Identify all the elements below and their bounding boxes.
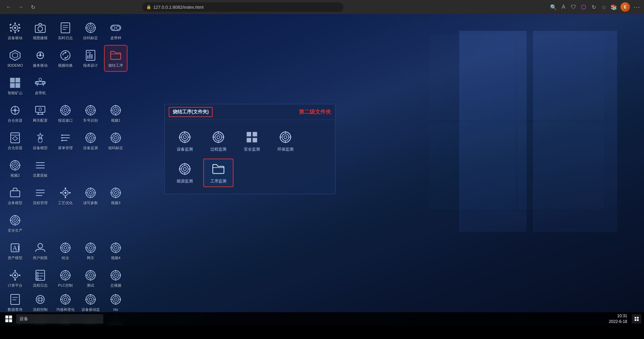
svg-point-21 xyxy=(88,25,94,31)
star-icon[interactable]: ☆ xyxy=(600,4,607,10)
icon-label-video1: 视频1 xyxy=(111,118,120,123)
taskbar-search-input[interactable] xyxy=(16,314,103,324)
extension-icon[interactable]: ⬡ xyxy=(580,4,587,10)
desktop-icon-report-design[interactable]: 报表设计 xyxy=(79,45,102,72)
desktop-icon-flow-ctrl[interactable]: 流程控制 xyxy=(29,289,52,316)
icon-label-network-config: 网关配置 xyxy=(33,118,48,123)
icon-label-sintering-prog: 烧结工序 xyxy=(108,63,123,68)
desktop-icon-business-model[interactable]: 业务模型 xyxy=(3,182,27,209)
forward-button[interactable]: → xyxy=(16,2,25,12)
desktop-icon-flow-manage[interactable]: 流程管理 xyxy=(29,182,52,209)
desktop-icon-video3[interactable]: 视频3 xyxy=(104,182,127,209)
desktop-icon-network-config[interactable]: 网关配置 xyxy=(29,100,52,127)
desktop-icon-write-param[interactable]: 读写参数 xyxy=(79,182,102,209)
desktop-icon-db-query[interactable]: 数据查询 xyxy=(3,289,27,316)
desktop-icon-hang-target2[interactable]: 链码标定 xyxy=(104,127,127,154)
font-icon[interactable]: A xyxy=(560,4,567,10)
desktop-icon-belt[interactable]: 皮带秤 xyxy=(104,17,127,44)
svg-point-155 xyxy=(62,245,68,251)
svg-point-94 xyxy=(61,137,63,138)
popup-icon-energy-monitor[interactable]: 能源监测 xyxy=(170,159,200,187)
svg-rect-272 xyxy=(253,138,257,142)
svg-point-52 xyxy=(42,82,44,84)
popup-icon-process-monitor[interactable]: 过程监测 xyxy=(203,127,233,155)
svg-rect-40 xyxy=(87,55,89,59)
desktop-icon-compress[interactable]: 合仓容器 xyxy=(3,127,27,154)
svg-point-281 xyxy=(181,166,188,172)
folder-popup: 烧结工序(文件夹) 第二级文件夹 设备监测 xyxy=(164,104,335,194)
desktop-icon-merge-storage[interactable]: 合仓容器 xyxy=(3,100,27,127)
popup-icon-env-monitor[interactable]: 环保监测 xyxy=(270,127,301,155)
desktop-icon-report-iface[interactable]: 报送接口 xyxy=(54,100,77,127)
craft-opt-icon xyxy=(59,186,72,200)
desktop-icon-paper[interactable]: 纸业 xyxy=(54,237,77,264)
desktop-icon-device-driver[interactable]: 设备驱动 xyxy=(3,17,27,44)
browser-right-icons: 🔍 A 🛡 ⬡ ↻ ☆ 📚 E ⋯ xyxy=(550,2,640,12)
video1-icon xyxy=(109,104,122,117)
desktop-icon-flow-log[interactable]: 流程日志 xyxy=(29,265,52,292)
svg-point-204 xyxy=(114,274,117,277)
desktop-icon-video2[interactable]: 视频2 xyxy=(3,155,27,182)
refresh-browser-icon[interactable]: ↻ xyxy=(590,4,597,10)
desktop-icon-list-manage[interactable]: 菜单管理 xyxy=(54,127,77,154)
svg-point-51 xyxy=(36,82,38,84)
desktop-icon-video-convert[interactable]: 视频转换 xyxy=(54,45,77,72)
desktop-icon-dev-cal[interactable]: 设备振动监 xyxy=(79,289,102,316)
desktop-icon-device-model[interactable]: 设备模型 xyxy=(29,127,52,154)
profile-avatar[interactable]: E xyxy=(621,2,630,12)
desktop-icon-video1[interactable]: 视频1 xyxy=(104,100,127,127)
report-iface-icon xyxy=(59,104,72,117)
more-icon[interactable]: ⋯ xyxy=(633,4,640,10)
desktop-icon-service-driver[interactable]: 服务驱动 xyxy=(29,45,52,72)
popup-icon-safety-monitor[interactable]: 安全监测 xyxy=(237,127,267,155)
icon-label-3ddemo: 3DDEMO xyxy=(7,63,23,68)
taskbar-notification-button[interactable] xyxy=(632,314,641,324)
desktop-icon-all-video[interactable]: 总视频 xyxy=(104,265,127,292)
desktop-icon-plc-ctrl[interactable]: PLC控制 xyxy=(54,265,77,292)
search-browser-icon[interactable]: 🔍 xyxy=(550,4,557,10)
desktop-icon-normalize[interactable]: 均值和变化 xyxy=(54,289,77,316)
popup-icon-prog-monitor[interactable]: 工序监测 xyxy=(203,159,233,187)
desktop-icon-realtime-log[interactable]: 实时日志 xyxy=(54,17,77,44)
desktop-icon-belt2[interactable]: 皮带机 xyxy=(29,72,52,99)
desktop-icon-3ddemo[interactable]: 3DDEMO xyxy=(3,45,27,72)
icon-label-belt: 皮带秤 xyxy=(110,36,121,40)
hang-target2-icon xyxy=(109,131,122,145)
calc-platform-icon xyxy=(8,269,22,282)
desktop-icon-smart-mine[interactable]: 智能矿山 xyxy=(3,72,27,99)
desktop-icon-device-monitor[interactable]: 设备监测 xyxy=(79,127,102,154)
desktop-icon-asset-model[interactable]: AI 资产模型 xyxy=(3,237,27,264)
svg-point-132 xyxy=(89,191,92,194)
desktop-icon-hang-target[interactable]: 挂码标定 xyxy=(79,17,102,44)
taskbar-start-button[interactable] xyxy=(3,313,15,325)
refresh-button[interactable]: ↻ xyxy=(28,2,38,12)
desktop-icon-calc-platform[interactable]: 计算平台 xyxy=(3,265,27,292)
bg-panel-left xyxy=(460,31,527,232)
popup-icon-device-monitor[interactable]: 设备监测 xyxy=(170,127,200,155)
svg-point-144 xyxy=(10,216,20,225)
desktop-icon-hls[interactable]: hls xyxy=(104,289,127,316)
desktop-icon-flow-panel[interactable]: 流量面板 xyxy=(29,155,52,182)
desktop-icon-sintering-prog[interactable]: 烧结工序 xyxy=(104,45,127,72)
desktop-icon-video4[interactable]: 视频4 xyxy=(104,237,127,264)
desktop-icon-safe-prod[interactable]: 安全生产 xyxy=(3,210,27,237)
desktop-icon-car-id[interactable]: 车号识别 xyxy=(79,100,102,127)
desktop-icon-craft-opt[interactable]: 工艺优化 xyxy=(54,182,77,209)
svg-rect-0 xyxy=(429,34,515,120)
svg-line-43 xyxy=(87,52,89,53)
icon-label-hang-target: 挂码标定 xyxy=(83,36,98,40)
svg-point-184 xyxy=(37,275,39,277)
svg-point-229 xyxy=(114,298,117,301)
shield-icon[interactable]: 🛡 xyxy=(570,4,577,10)
folder-title-tag[interactable]: 烧结工序(文件夹) xyxy=(169,107,213,117)
back-button[interactable]: ← xyxy=(4,2,13,12)
desktop-icon-user-perm[interactable]: 用户权限 xyxy=(29,237,52,264)
icon-label-paper: 纸业 xyxy=(62,256,69,260)
desktop-icon-gateway[interactable]: 网关 xyxy=(79,237,102,264)
desktop-icon-scene-build[interactable]: 视图建模 xyxy=(29,17,52,44)
second-level-label: 第二级文件夹 xyxy=(299,109,331,116)
gateway-icon xyxy=(84,241,97,255)
desktop-icon-test[interactable]: 测试 xyxy=(79,265,102,292)
collection-icon[interactable]: 📚 xyxy=(610,4,617,10)
address-bar[interactable]: 🔒 127.0.0.1:8082/index.html xyxy=(142,2,343,12)
